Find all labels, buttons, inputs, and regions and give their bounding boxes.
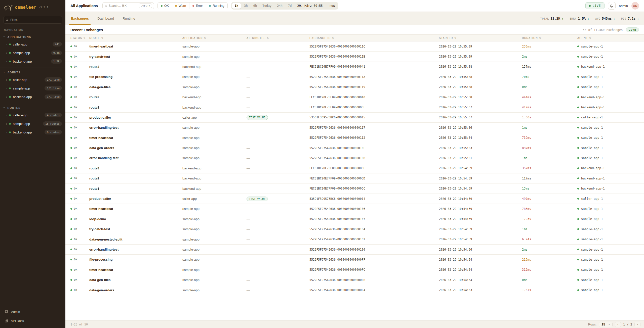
sidebar-footer-api-docs[interactable]: API Docs: [0, 316, 65, 325]
table-row[interactable]: OKroute2backend-app—FEC51BC20E7FF09-0000…: [65, 92, 644, 102]
column-header-application[interactable]: APPLICATION⇅: [182, 36, 247, 39]
table-row[interactable]: OKtimer-heartbeatsample-app—5522F5F97542…: [65, 204, 644, 214]
duration-cell: 13ms: [522, 187, 577, 190]
table-row[interactable]: OKdata-gen-orderssample-app—5522F5F97542…: [65, 143, 644, 153]
sidebar-footer-admin[interactable]: Admin: [0, 307, 65, 316]
sidebar-item-badge: 1/1 live: [45, 77, 62, 82]
table-row[interactable]: OKtimer-heartbeatsample-app—5522F5F97542…: [65, 265, 644, 275]
table-row[interactable]: OKroute3backend-app—FEC51BC20E7FF09-0000…: [65, 163, 644, 173]
table-row[interactable]: OKloop-demosample-app—5522F5F97542636-00…: [65, 214, 644, 224]
agent-label: caller-app-1: [581, 197, 603, 201]
range-24h[interactable]: 24h: [274, 3, 285, 9]
table-row[interactable]: OKerror-handling-testsample-app—5522F5F9…: [65, 245, 644, 255]
sidebar-item-sample-app[interactable]: ›sample-app1/1 live: [0, 84, 65, 92]
column-header-attributes[interactable]: ATTRIBUTES⇅: [247, 36, 309, 39]
application-cell: backend-app: [182, 166, 247, 170]
filter-chip-error[interactable]: Error: [189, 3, 206, 9]
status-cell: OK: [70, 248, 89, 251]
exchange-id-cell: FEC51BC20E7FF09-000000000000003F: [309, 106, 439, 109]
table-row[interactable]: OKdata-gen-filessample-app—5522F5F975426…: [65, 275, 644, 285]
table-row[interactable]: OKdata-gen-orderssample-app—5522F5F97542…: [65, 285, 644, 295]
column-header-route[interactable]: ROUTE⇅: [89, 36, 182, 39]
app-logo[interactable]: cameleer v3.2.1: [0, 0, 65, 14]
nav-section-agents[interactable]: ›AGENTS: [0, 68, 65, 75]
table-row[interactable]: OKroute2backend-app—FEC51BC20E7FF09-0000…: [65, 173, 644, 183]
agent-label: backend-app-1: [581, 177, 605, 180]
filter-chip-warn[interactable]: Warn: [172, 3, 189, 9]
agent-dot-icon: [577, 127, 579, 128]
table-row[interactable]: OKerror-handling-testsample-app—5522F5F9…: [65, 153, 644, 163]
table-row[interactable]: OKproduct-callercaller-appTEST VALUE535D…: [65, 113, 644, 123]
filter-chip-ok[interactable]: OK: [158, 3, 172, 9]
sidebar-item-caller-app[interactable]: ›caller-app4 routes: [0, 111, 65, 119]
range-today[interactable]: Today: [260, 3, 274, 9]
column-header-started[interactable]: STARTED⇅: [439, 36, 522, 39]
agent-dot-icon: [577, 147, 579, 149]
started-cell: 2026-03-29 10:54:59: [439, 197, 522, 201]
sidebar-item-backend-app[interactable]: ›backend-app1/1 live: [0, 92, 65, 101]
nav-section-routes[interactable]: ›ROUTES: [0, 104, 65, 111]
tab-exchanges[interactable]: Exchanges: [70, 12, 89, 25]
table-row[interactable]: OKroute3backend-app—FEC51BC20E7FF09-0000…: [65, 62, 644, 72]
sidebar-item-backend-app[interactable]: ›backend-app6 routes: [0, 128, 65, 136]
table-row[interactable]: OKfile-processingsample-app—5522F5F97542…: [65, 255, 644, 265]
table-row[interactable]: OKtry-catch-testsample-app—5522F5F975426…: [65, 224, 644, 234]
status-cell: OK: [70, 177, 89, 180]
sidebar-item-backend-app[interactable]: ›backend-app1.3k: [0, 57, 65, 66]
nav-section-applications[interactable]: ›APPLICATIONS: [0, 33, 65, 40]
tab-dashboard[interactable]: Dashboard: [97, 12, 114, 25]
sidebar-filter-input[interactable]: [10, 18, 60, 22]
search-input[interactable]: [109, 4, 137, 8]
column-header-status[interactable]: STATUS⇅: [70, 36, 89, 39]
date-to[interactable]: now: [328, 4, 338, 8]
table-row[interactable]: OKroute1backend-app—FEC51BC20E7FF09-0000…: [65, 183, 644, 194]
arrow-down-icon: ↓: [587, 17, 589, 20]
date-from[interactable]: 29. März 09:55: [295, 4, 325, 8]
filter-chip-running[interactable]: Running: [206, 3, 227, 9]
table-row[interactable]: OKtimer-heartbeatsample-app—5522F5F97542…: [65, 41, 644, 52]
agent-dot-icon: [577, 117, 579, 118]
table-row[interactable]: OKroute1backend-app—FEC51BC20E7FF09-0000…: [65, 102, 644, 112]
exchange-id-cell: FEC51BC20E7FF09-000000000000003D: [309, 177, 439, 180]
table-row[interactable]: OKdata-gen-nested-splitsample-app—5522F5…: [65, 234, 644, 244]
agent-dot-icon: [577, 86, 579, 88]
sidebar-item-caller-app[interactable]: ›caller-app1/1 live: [0, 75, 65, 84]
column-header-agent[interactable]: AGENT⇅: [577, 36, 644, 39]
table-row[interactable]: OKtry-catch-testsample-app—5522F5F975426…: [65, 52, 644, 62]
table-row[interactable]: OKfile-processingsample-app—5522F5F97542…: [65, 72, 644, 82]
table-row[interactable]: OKerror-handling-testsample-app—5522F5F9…: [65, 123, 644, 133]
table-filler: [65, 295, 644, 320]
next-page-button[interactable]: ›: [634, 322, 640, 327]
range-6h[interactable]: 6h: [251, 3, 259, 9]
agent-cell: sample-app-1: [577, 258, 644, 261]
table-row[interactable]: OKtimer-heartbeatsample-app—5522F5F97542…: [65, 133, 644, 143]
range-1h[interactable]: 1h: [232, 3, 241, 9]
attributes-empty: —: [247, 96, 250, 99]
sidebar-item-caller-app[interactable]: ›caller-app441: [0, 40, 65, 49]
theme-toggle-button[interactable]: [608, 2, 616, 10]
sidebar-item-label: sample-app: [13, 122, 30, 126]
started-cell: 2026-03-29 10:54:54: [439, 268, 522, 271]
route-cell: data-gen-files: [89, 278, 182, 282]
exchanges-panel: Recent Exchanges 50 of 11.360 exchanges …: [65, 25, 644, 320]
table-row[interactable]: OKdata-gen-filessample-app—5522F5F975426…: [65, 82, 644, 92]
range-7d[interactable]: 7d: [286, 3, 294, 9]
range-3h[interactable]: 3h: [242, 3, 250, 9]
prev-page-button[interactable]: ‹: [615, 322, 621, 327]
agent-cell: backend-app-1: [577, 65, 644, 68]
rows-per-page-select[interactable]: 25 ▾: [599, 322, 612, 327]
sidebar-item-sample-app[interactable]: ›sample-app9.4k: [0, 49, 65, 57]
column-header-duration[interactable]: DURATION⇅: [522, 36, 577, 39]
app-name: cameleer: [15, 5, 36, 10]
live-toggle-button[interactable]: LIVE: [585, 2, 605, 9]
column-header-exchange-id[interactable]: EXCHANGE ID⇅: [309, 36, 439, 39]
tab-runtime[interactable]: Runtime: [122, 12, 136, 25]
sidebar-item-sample-app[interactable]: ›sample-app18 routes: [0, 119, 65, 128]
table-row[interactable]: OKproduct-callercaller-appTEST VALUE535D…: [65, 194, 644, 204]
started-cell: 2026-03-29 10:55:09: [439, 55, 522, 58]
global-search[interactable]: Ctrl+K: [102, 2, 154, 9]
status-label: OK: [74, 167, 77, 170]
avatar[interactable]: AD: [631, 2, 639, 10]
duration-cell: 2ms: [522, 55, 577, 58]
agent-cell: caller-app-1: [577, 197, 644, 201]
